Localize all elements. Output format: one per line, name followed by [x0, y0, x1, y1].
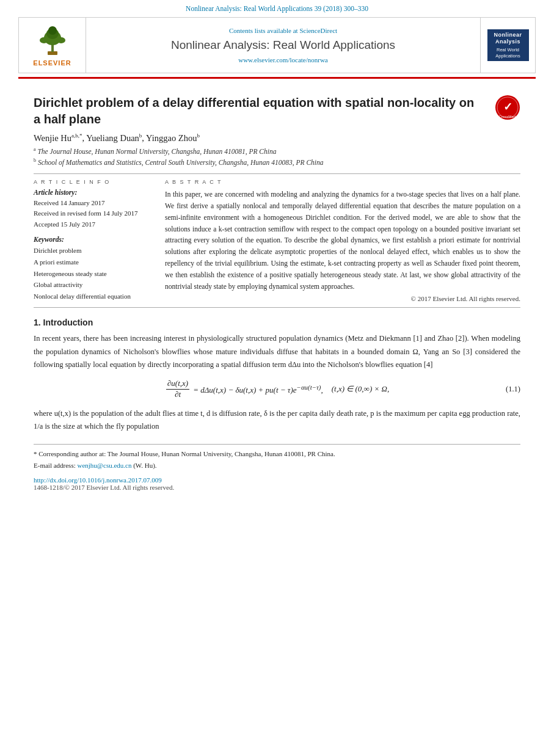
footnote-section: * Corresponding author at: The Journal H…	[34, 444, 520, 471]
paper-title: Dirichlet problem of a delay differentia…	[34, 95, 520, 128]
journal-url[interactable]: www.elsevier.com/locate/nonrwa	[238, 56, 328, 64]
email-note: E-mail address: wenjhu@csu.edu.cn (W. Hu…	[34, 460, 520, 471]
svg-point-4	[48, 26, 57, 35]
email-link[interactable]: wenjhu@csu.edu.cn	[77, 462, 131, 469]
journal-citation-bar: Nonlinear Analysis: Real World Applicati…	[0, 0, 554, 15]
elsevier-logo-container: ELSEVIER	[19, 18, 86, 73]
equation-content: ∂u(t,x) ∂t = dΔu(t,x) − δu(t,x) + pu(t −…	[165, 379, 389, 400]
journal-title-area: Contents lists available at ScienceDirec…	[86, 18, 480, 73]
received-date: Received 14 January 2017	[34, 198, 153, 209]
doi-link[interactable]: http://dx.doi.org/10.1016/j.nonrwa.2017.…	[34, 476, 162, 484]
fraction-numerator: ∂u(t,x) ∂t	[166, 379, 189, 400]
author-1: Wenjie Hua,b,*	[34, 133, 82, 143]
svg-text:CrossMark: CrossMark	[498, 115, 517, 118]
keyword-2: A priori estimate	[34, 256, 153, 268]
doi-line: http://dx.doi.org/10.1016/j.nonrwa.2017.…	[34, 476, 520, 484]
authors-line: Wenjie Hua,b,*, Yueliang Duanb, Yinggao …	[34, 133, 520, 144]
abstract-text: In this paper, we are concerned with mod…	[165, 189, 520, 293]
affiliation-b: b School of Mathematics and Statistics, …	[34, 157, 520, 168]
elsevier-logo: ELSEVIER	[33, 24, 71, 67]
crossmark-container: ✓ CrossMark	[495, 95, 520, 123]
equation-1-1: ∂u(t,x) ∂t = dΔu(t,x) − δu(t,x) + pu(t −…	[34, 379, 520, 400]
citation-text: Nonlinear Analysis: Real World Applicati…	[186, 5, 368, 12]
svg-point-6	[57, 37, 65, 43]
copyright-line: © 2017 Elsevier Ltd. All rights reserved…	[165, 295, 520, 302]
sciencedirect-label: Contents lists available at ScienceDirec…	[229, 27, 337, 34]
intro-paragraph-2: where u(t,x) is the population of the ad…	[34, 407, 520, 434]
keyword-5: Nonlocal delay differential equation	[34, 291, 153, 302]
svg-text:✓: ✓	[503, 101, 512, 113]
crossmark-icon: ✓ CrossMark	[495, 95, 520, 120]
introduction-heading: 1. Introduction	[34, 318, 520, 327]
elsevier-tree-icon	[34, 24, 71, 58]
divider-1	[34, 173, 520, 174]
journal-badge-container: Nonlinear Analysis Real World Applicatio…	[480, 18, 535, 73]
keyword-3: Heterogeneous steady state	[34, 268, 153, 280]
keyword-1: Dirichlet problem	[34, 245, 153, 256]
corresponding-author-note: * Corresponding author at: The Journal H…	[34, 448, 520, 460]
paper-content: ✓ CrossMark Dirichlet problem of a delay…	[0, 79, 554, 491]
elsevier-wordmark: ELSEVIER	[33, 59, 71, 67]
abstract-column: A B S T R A C T In this paper, we are co…	[165, 179, 520, 303]
author-2: Yueliang Duanb	[86, 133, 142, 143]
journal-header-box: ELSEVIER Contents lists available at Sci…	[18, 17, 536, 73]
equation-number: (1.1)	[506, 385, 520, 394]
keywords-label: Keywords:	[34, 236, 153, 243]
sciencedirect-link-text[interactable]: ScienceDirect	[299, 27, 337, 34]
journal-badge: Nonlinear Analysis Real World Applicatio…	[487, 29, 529, 62]
author-3: Yinggao Zhoub	[146, 133, 200, 143]
article-info-column: A R T I C L E I N F O Article history: R…	[34, 179, 153, 303]
article-history: Article history: Received 14 January 201…	[34, 189, 153, 230]
license-line: 1468-1218/© 2017 Elsevier Ltd. All right…	[34, 484, 520, 491]
doi-section: http://dx.doi.org/10.1016/j.nonrwa.2017.…	[34, 476, 520, 491]
article-info-heading: A R T I C L E I N F O	[34, 179, 153, 185]
svg-point-5	[40, 37, 48, 43]
revised-date: Received in revised form 14 July 2017	[34, 208, 153, 219]
affiliations: a The Journal House, Hunan Normal Univer…	[34, 146, 520, 169]
divider-2	[34, 307, 520, 308]
title-area: ✓ CrossMark Dirichlet problem of a delay…	[34, 95, 520, 128]
keywords-section: Keywords: Dirichlet problem A priori est…	[34, 236, 153, 302]
affiliation-a: a The Journal House, Hunan Normal Univer…	[34, 146, 520, 157]
keywords-list: Dirichlet problem A priori estimate Hete…	[34, 245, 153, 302]
abstract-heading: A B S T R A C T	[165, 179, 520, 185]
history-label: Article history:	[34, 189, 153, 196]
keyword-4: Global attractivity	[34, 279, 153, 291]
journal-title: Nonlinear Analysis: Real World Applicati…	[171, 38, 395, 52]
intro-paragraph-1: In recent years, there has been increasi…	[34, 332, 520, 371]
accepted-date: Accepted 15 July 2017	[34, 219, 153, 230]
article-info-abstract-section: A R T I C L E I N F O Article history: R…	[34, 179, 520, 303]
